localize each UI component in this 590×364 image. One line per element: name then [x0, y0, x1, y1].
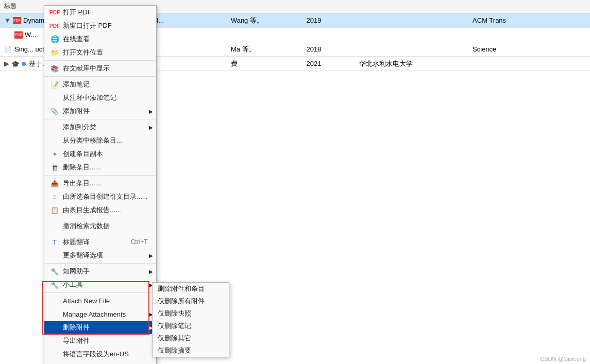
delete-submenu-label-5: 仅删除其它	[158, 334, 191, 343]
arrow-icon4: ▶	[149, 269, 153, 274]
menu-label-show-library: 在文献库中显示	[63, 64, 110, 73]
menu-label-attach-new-file: Attach New File	[63, 297, 110, 305]
menu-item-add-note-annotation[interactable]: 从注释中添加笔记	[44, 91, 156, 105]
menu-item-manage-attachments[interactable]: Manage Attachments ▶	[44, 307, 156, 321]
menu-item-undo-meta[interactable]: 撤消检索元数据	[44, 219, 156, 233]
context-menu: PDF 打开 PDF PDF 新窗口打开 PDF 🌐 在线查看 📁 打开文件位置…	[44, 5, 157, 364]
menu-item-more-translate[interactable]: 更多翻译选项 ▶	[44, 249, 156, 262]
menu-label-add-attachment: 添加附件	[63, 107, 90, 116]
menu-item-add-note[interactable]: 📝 添加笔记	[44, 78, 156, 91]
paperclip-icon-menu: 📎	[49, 108, 60, 115]
separator7	[44, 263, 156, 264]
menu-label-view-online: 在线查看	[63, 34, 90, 44]
menu-item-update-abbreviation[interactable]: Update Abbreviation	[44, 361, 156, 364]
separator4	[44, 175, 156, 176]
row1-journal: ACM Trans	[473, 16, 586, 24]
dot-indicator	[22, 62, 26, 66]
folder-icon-menu: 📁	[49, 49, 60, 57]
menu-label-open-pdf: 打开 PDF	[63, 8, 92, 17]
menu-item-create-copy[interactable]: ✦ 创建条目副本	[44, 147, 156, 161]
delete-submenu-item-attachment-and-item[interactable]: 删除附件和条目	[153, 283, 229, 295]
menu-label-open-new-window: 新窗口打开 PDF	[63, 21, 112, 30]
translate-shortcut: Ctrl+T	[121, 238, 148, 246]
menu-label-open-location: 打开文件位置	[63, 48, 103, 57]
menu-item-translate[interactable]: T 标题翻译 Ctrl+T	[44, 235, 156, 249]
separator2	[44, 76, 156, 77]
menu-label-create-copy: 创建条目副本	[63, 149, 103, 159]
menu-label-translate: 标题翻译	[63, 237, 90, 247]
folder-icon: 🎓	[11, 60, 20, 67]
expand-icon2[interactable]: ▶	[4, 60, 9, 67]
delete-submenu-item-others[interactable]: 仅删除其它	[153, 332, 229, 344]
separator6	[44, 234, 156, 234]
pdf-icon-menu2: PDF	[49, 23, 60, 29]
menu-item-attach-new-file[interactable]: Attach New File	[44, 294, 156, 307]
library-icon-menu: 📚	[49, 65, 60, 73]
row4-author: 费	[231, 59, 307, 68]
separator8	[44, 292, 156, 293]
separator5	[44, 218, 156, 218]
pdf-icon2: PDF	[14, 31, 23, 39]
delete-submenu-item-all-attachments[interactable]: 仅删除所有附件	[153, 295, 229, 307]
menu-item-show-library[interactable]: 📚 在文献库中显示	[44, 62, 156, 75]
menu-item-export-item[interactable]: 📤 导出条目......	[44, 177, 156, 190]
menu-item-create-bibliography[interactable]: ≡ 由所选条目创建引文目录......	[44, 190, 156, 203]
note-icon-menu: 📝	[49, 81, 60, 89]
menu-label-add-note: 添加笔记	[63, 80, 90, 89]
menu-item-delete-item[interactable]: 🗑 删除条目......	[44, 161, 156, 174]
pdf-icon-menu: PDF	[49, 10, 60, 15]
menu-item-view-online[interactable]: 🌐 在线查看	[44, 32, 156, 46]
row1-year: 2019	[307, 16, 360, 24]
menu-label-small-tools: 小工具	[63, 280, 83, 289]
main-area: 标题 ▼ PDF Dynamic Graph CNN for Learning …	[0, 0, 590, 364]
delete-submenu-item-snapshots[interactable]: 仅删除快照	[153, 307, 229, 320]
menu-item-open-pdf[interactable]: PDF 打开 PDF	[44, 6, 156, 19]
menu-label-undo-meta: 撤消检索元数据	[63, 221, 110, 231]
row4-pub: 华北水利水电大学	[359, 59, 473, 68]
delete-submenu-item-notes[interactable]: 仅删除笔记	[153, 320, 229, 332]
doc-icon: 📄	[4, 46, 12, 53]
menu-label-generate-report: 由条目生成报告......	[63, 205, 121, 215]
trash-icon-menu: 🗑	[49, 164, 60, 171]
row3-author: Ma 等。	[231, 45, 307, 54]
delete-submenu-label-2: 仅删除所有附件	[158, 297, 205, 306]
menu-item-generate-report[interactable]: 📋 由条目生成报告......	[44, 203, 156, 217]
menu-item-add-attachment[interactable]: 📎 添加附件 ▶	[44, 105, 156, 118]
delete-submenu-label-1: 删除附件和条目	[158, 284, 205, 293]
arrow-icon3: ▶	[149, 253, 153, 258]
menu-item-zhi-assistant[interactable]: 🔧 知网助手 ▶	[44, 265, 156, 278]
menu-label-remove-collection: 从分类中移除条目...	[63, 136, 122, 145]
menu-label-export-item: 导出条目......	[63, 179, 101, 188]
expand-icon[interactable]: ▼	[4, 16, 11, 24]
menu-item-add-collection[interactable]: 添加到分类 ▶	[44, 120, 156, 134]
row1-author: Wang 等。	[231, 16, 307, 25]
menu-label-delete-item: 删除条目......	[63, 163, 101, 172]
watermark: CSDN @Gisleung	[540, 356, 586, 362]
menu-item-set-language[interactable]: 将语言字段设为en-US	[44, 348, 156, 361]
delete-submenu-item-abstract[interactable]: 仅删除摘要	[153, 344, 229, 357]
menu-item-open-new-window[interactable]: PDF 新窗口打开 PDF	[44, 19, 156, 32]
pdf-icon: PDF	[13, 17, 21, 24]
web-icon-menu: 🌐	[49, 35, 60, 43]
menu-item-remove-collection[interactable]: 从分类中移除条目...	[44, 134, 156, 147]
menu-label-delete-attachment: 删除附件	[63, 323, 90, 332]
separator3	[44, 119, 156, 119]
tool-icon2: 🔧	[49, 281, 60, 289]
menu-label-add-note-annotation: 从注释中添加笔记	[63, 93, 116, 102]
menu-item-open-location[interactable]: 📁 打开文件位置	[44, 46, 156, 59]
delete-submenu: 删除附件和条目 仅删除所有附件 仅删除快照 仅删除笔记 仅删除其它 仅删除摘要	[152, 282, 229, 357]
list-icon-menu: ≡	[49, 193, 60, 201]
menu-label-create-bibliography: 由所选条目创建引文目录......	[63, 192, 148, 201]
star-icon-menu: ✦	[49, 150, 60, 158]
menu-item-delete-attachment[interactable]: 删除附件 ▶	[44, 321, 156, 334]
menu-item-export-attachment[interactable]: 导出附件	[44, 334, 156, 348]
report-icon-menu: 📋	[49, 206, 60, 214]
delete-submenu-label-3: 仅删除快照	[158, 309, 191, 318]
translate-icon-menu: T	[49, 238, 60, 246]
menu-label-more-translate: 更多翻译选项	[63, 251, 103, 260]
menu-label-manage-attachments: Manage Attachments	[63, 310, 126, 318]
row2-title: W...	[25, 31, 36, 39]
menu-item-small-tools[interactable]: 🔧 小工具 ▶	[44, 278, 156, 291]
separator1	[44, 60, 156, 61]
delete-submenu-label-4: 仅删除笔记	[158, 321, 191, 331]
